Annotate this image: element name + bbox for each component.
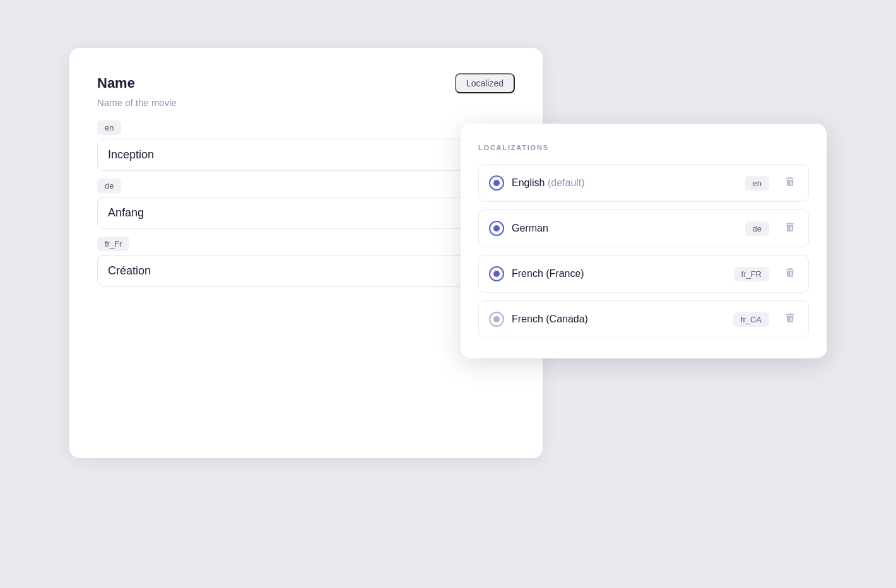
name-label: Name [97, 75, 135, 91]
radio-icon-de [489, 221, 504, 236]
locale-item-fr-ca[interactable]: French (Canada) fr_CA [478, 300, 809, 338]
panel-title: LOCALIZATIONS [478, 144, 809, 151]
locale-item-en[interactable]: English (default) en [478, 164, 809, 202]
radio-icon-fr-ca [489, 312, 504, 327]
lang-header-en: en Clear [97, 121, 515, 135]
locale-name-de: German [512, 223, 738, 234]
radio-icon-en [489, 175, 504, 191]
field-description: Name of the movie [97, 97, 515, 108]
lang-tag-de: de [97, 179, 121, 193]
radio-active-fr-fr [489, 266, 504, 281]
delete-de-button[interactable] [782, 219, 798, 238]
lang-row-de: de [97, 179, 515, 229]
lang-tag-fr: fr_Fr [97, 237, 129, 251]
locale-item-de[interactable]: German de [478, 209, 809, 247]
locale-item-fr-fr[interactable]: French (France) fr_FR [478, 255, 809, 293]
locale-code-en: en [745, 176, 769, 191]
locale-name-fr-ca: French (Canada) [512, 314, 726, 325]
locale-code-fr-ca: fr_CA [733, 312, 769, 327]
name-input-fr[interactable] [97, 255, 515, 287]
radio-icon-fr-fr [489, 266, 504, 281]
delete-en-button[interactable] [782, 173, 798, 192]
name-input-en[interactable] [97, 139, 515, 171]
lang-header-fr: fr_Fr [97, 237, 515, 251]
lang-row-en: en Clear [97, 121, 515, 171]
lang-row-fr: fr_Fr [97, 237, 515, 287]
lang-tag-en: en [97, 121, 121, 135]
name-input-de[interactable] [97, 197, 515, 229]
default-label-en: (default) [548, 177, 585, 188]
radio-active-en [489, 175, 504, 191]
delete-fr-fr-button[interactable] [782, 264, 798, 283]
localizations-panel: LOCALIZATIONS English (default) en Germa… [461, 124, 827, 358]
locale-name-fr-fr: French (France) [512, 268, 726, 279]
radio-inactive-fr-ca [489, 312, 504, 327]
delete-fr-ca-button[interactable] [782, 310, 798, 329]
lang-header-de: de [97, 179, 515, 193]
locale-code-fr-fr: fr_FR [734, 267, 770, 281]
field-label: Name Localized [97, 73, 515, 93]
radio-active-de [489, 221, 504, 236]
locale-code-de: de [745, 221, 769, 236]
localized-button[interactable]: Localized [455, 73, 515, 93]
locale-name-en: English (default) [512, 177, 738, 189]
